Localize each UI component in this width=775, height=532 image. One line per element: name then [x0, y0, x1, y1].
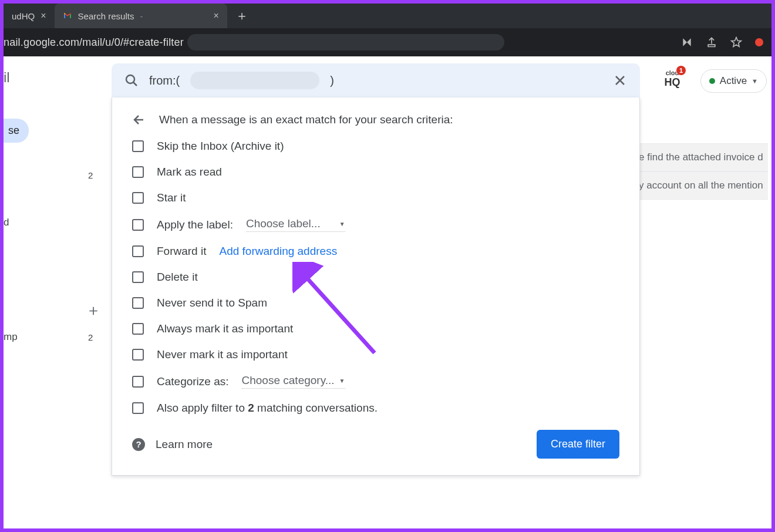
filter-option-categorize[interactable]: Categorize as: Choose category... ▼	[132, 374, 619, 389]
profile-icon[interactable]	[755, 38, 763, 46]
sidebar-count: 2	[88, 170, 93, 180]
close-icon[interactable]: ×	[213, 11, 218, 21]
share-icon[interactable]	[706, 36, 717, 48]
checkbox[interactable]	[132, 192, 144, 204]
checkbox[interactable]	[132, 140, 144, 152]
filter-option-skip-inbox[interactable]: Skip the Inbox (Archive it)	[132, 140, 619, 153]
browser-address-bar[interactable]: nail.google.com/mail/u/0/#create-filter	[4, 28, 771, 56]
compose-button-fragment[interactable]: se	[4, 119, 29, 143]
sidebar-item-fragment[interactable]: mp	[4, 331, 18, 343]
status-label: Active	[720, 75, 747, 87]
choose-category-dropdown[interactable]: Choose category... ▼	[242, 374, 345, 389]
browser-tab-cloudhq[interactable]: udHQ ×	[4, 4, 55, 28]
browser-tab-gmail[interactable]: Search results - ×	[55, 4, 227, 28]
also-post: matching conversations.	[254, 402, 378, 414]
mail-row-fragment[interactable]: y account on all the mention	[633, 171, 768, 200]
filter-option-apply-label[interactable]: Apply the label: Choose label... ▼	[132, 217, 619, 232]
extensions-icon[interactable]	[681, 36, 693, 48]
checkbox[interactable]	[132, 219, 144, 231]
search-suffix: )	[330, 74, 334, 87]
add-forwarding-address-link[interactable]: Add forwarding address	[219, 245, 337, 258]
browser-chrome: udHQ × Search results - × ＋ nail.google.…	[4, 4, 771, 56]
filter-option-always-important[interactable]: Always mark it as important	[132, 322, 619, 335]
checkbox[interactable]	[132, 402, 144, 414]
search-icon[interactable]	[124, 73, 139, 87]
sidebar-item-fragment[interactable]: d	[4, 217, 9, 228]
hq-label: HQ	[665, 76, 680, 89]
filter-option-delete[interactable]: Delete it	[132, 271, 619, 284]
create-filter-button[interactable]: Create filter	[537, 430, 619, 459]
checkbox[interactable]	[132, 297, 144, 309]
close-icon[interactable]: ×	[41, 11, 46, 21]
create-filter-panel: When a message is an exact match for you…	[112, 97, 640, 476]
chevron-down-icon: ▼	[752, 78, 758, 85]
filter-option-never-spam[interactable]: Never send it to Spam	[132, 297, 619, 309]
filter-option-forward[interactable]: Forward it Add forwarding address	[132, 245, 619, 258]
option-label: Categorize as:	[157, 375, 229, 388]
sidebar-count: 2	[88, 332, 93, 342]
browser-tabs: udHQ × Search results - × ＋	[4, 4, 771, 28]
checkbox[interactable]	[132, 323, 144, 335]
cloudhq-extension-icon[interactable]: clou HQ 1	[661, 68, 683, 90]
browser-actions	[681, 36, 763, 48]
new-tab-button[interactable]: ＋	[235, 7, 248, 25]
chevron-down-icon: ▼	[339, 378, 345, 384]
checkbox[interactable]	[132, 349, 144, 361]
svg-point-0	[126, 75, 134, 83]
option-label: Apply the label:	[157, 218, 233, 231]
gmail-icon	[63, 11, 72, 21]
option-label: Forward it	[157, 245, 206, 258]
learn-more-link[interactable]: Learn more	[156, 438, 213, 451]
option-label: Skip the Inbox (Archive it)	[157, 140, 284, 153]
checkbox[interactable]	[132, 271, 144, 283]
search-query-redacted	[190, 72, 319, 89]
close-icon[interactable]	[613, 73, 627, 87]
choose-label-dropdown[interactable]: Choose label... ▼	[246, 217, 345, 232]
plus-icon[interactable]: ＋	[86, 300, 101, 321]
search-bar[interactable]: from:( )	[112, 63, 640, 97]
dropdown-text: Choose label...	[246, 217, 321, 230]
match-count: 2	[248, 402, 254, 414]
dropdown-text: Choose category...	[242, 374, 335, 387]
checkbox[interactable]	[132, 245, 144, 257]
also-pre: Also apply filter to	[157, 402, 248, 414]
url-text: nail.google.com/mail/u/0/#create-filter	[4, 36, 184, 49]
option-label: Never mark it as important	[157, 348, 288, 361]
filter-option-mark-read[interactable]: Mark as read	[132, 166, 619, 179]
gmail-logo-fragment: il	[4, 69, 10, 86]
search-prefix: from:(	[149, 74, 180, 87]
panel-heading: When a message is an exact match for you…	[159, 113, 453, 126]
option-label: Delete it	[157, 271, 198, 284]
option-label: Never send it to Spam	[157, 297, 267, 309]
filter-option-never-important[interactable]: Never mark it as important	[132, 348, 619, 361]
star-icon[interactable]	[730, 36, 742, 48]
notification-badge: 1	[676, 66, 686, 75]
chevron-down-icon: ▼	[339, 221, 345, 227]
mail-row-fragment[interactable]: e find the attached invoice d	[633, 143, 768, 171]
tab-title-redacted	[149, 11, 207, 21]
option-label: Always mark it as important	[157, 322, 293, 335]
option-label: Also apply filter to 2 matching conversa…	[157, 402, 378, 415]
option-label: Star it	[157, 191, 186, 204]
help-icon[interactable]: ?	[132, 438, 145, 451]
tab-title: udHQ	[12, 11, 35, 21]
checkbox[interactable]	[132, 376, 144, 388]
url-redacted	[187, 34, 504, 50]
checkbox[interactable]	[132, 166, 144, 178]
back-arrow-icon[interactable]	[132, 113, 146, 127]
status-dropdown[interactable]: Active ▼	[700, 69, 767, 93]
filter-option-star[interactable]: Star it	[132, 191, 619, 204]
tab-subtitle: -	[140, 11, 143, 21]
status-dot-icon	[709, 78, 715, 84]
option-label: Mark as read	[157, 166, 222, 179]
filter-option-also-apply[interactable]: Also apply filter to 2 matching conversa…	[132, 402, 619, 415]
tab-title: Search results	[78, 11, 134, 21]
